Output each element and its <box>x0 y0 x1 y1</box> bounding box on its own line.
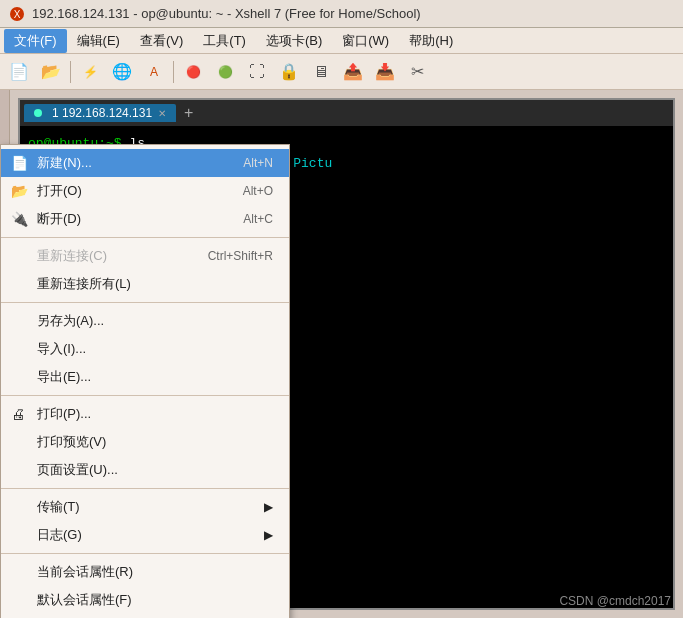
dd-label-print-preview: 打印预览(V) <box>37 433 106 451</box>
dd-label-page-setup: 页面设置(U)... <box>37 461 118 479</box>
dd-item-print-preview[interactable]: 打印预览(V) <box>1 428 289 456</box>
open-icon: 📂 <box>11 183 28 199</box>
watermark: CSDN @cmdch2017 <box>559 594 671 608</box>
disconnect-icon: 🔌 <box>11 211 28 227</box>
toolbar-sep2 <box>173 61 174 83</box>
toolbar-btn8[interactable]: ⛶ <box>242 58 272 86</box>
tab-label: 1 192.168.124.131 <box>52 106 152 120</box>
dd-label-reconnect: 重新连接(C) <box>37 247 107 265</box>
dd-item-disconnect[interactable]: 🔌 断开(D) Alt+C <box>1 205 289 233</box>
dd-label-disconnect: 断开(D) <box>37 210 81 228</box>
menu-edit[interactable]: 编辑(E) <box>67 29 130 53</box>
menu-file[interactable]: 文件(F) <box>4 29 67 53</box>
dd-shortcut-disconnect: Alt+C <box>243 212 273 226</box>
toolbar-btn6[interactable]: 🔴 <box>178 58 208 86</box>
toolbar-btn5[interactable]: A <box>139 58 169 86</box>
toolbar-btn12[interactable]: 📥 <box>370 58 400 86</box>
dd-label-log: 日志(G) <box>37 526 82 544</box>
dd-label-default-props: 默认会话属性(F) <box>37 591 132 609</box>
menu-bar: 文件(F) 编辑(E) 查看(V) 工具(T) 选项卡(B) 窗口(W) 帮助(… <box>0 28 683 54</box>
toolbar: 📄 📂 ⚡ 🌐 A 🔴 🟢 ⛶ 🔒 🖥 📤 📥 ✂ <box>0 54 683 90</box>
menu-help[interactable]: 帮助(H) <box>399 29 463 53</box>
dd-item-page-setup[interactable]: 页面设置(U)... <box>1 456 289 484</box>
dd-item-log[interactable]: 日志(G) ▶ <box>1 521 289 549</box>
dd-item-export[interactable]: 导出(E)... <box>1 363 289 391</box>
dd-item-open[interactable]: 📂 打开(O) Alt+O <box>1 177 289 205</box>
toolbar-btn13[interactable]: ✂ <box>402 58 432 86</box>
new-icon: 📄 <box>11 155 28 171</box>
dd-label-export: 导出(E)... <box>37 368 91 386</box>
dd-item-session-props[interactable]: 当前会话属性(R) <box>1 558 289 586</box>
dd-label-open: 打开(O) <box>37 182 82 200</box>
toolbar-new[interactable]: 📄 <box>4 58 34 86</box>
toolbar-btn4[interactable]: 🌐 <box>107 58 137 86</box>
dd-item-import[interactable]: 导入(I)... <box>1 335 289 363</box>
toolbar-open[interactable]: 📂 <box>36 58 66 86</box>
menu-tab[interactable]: 选项卡(B) <box>256 29 332 53</box>
tab-add-button[interactable]: + <box>178 102 199 124</box>
dd-item-reconnect: 重新连接(C) Ctrl+Shift+R <box>1 242 289 270</box>
terminal-tab-bar: 1 192.168.124.131 ✕ + <box>20 100 673 126</box>
transfer-arrow: ▶ <box>264 500 273 514</box>
log-arrow: ▶ <box>264 528 273 542</box>
dd-label-reconnect-all: 重新连接所有(L) <box>37 275 131 293</box>
toolbar-btn11[interactable]: 📤 <box>338 58 368 86</box>
print-icon: 🖨 <box>11 406 25 422</box>
app-icon: X <box>8 5 26 23</box>
toolbar-btn7[interactable]: 🟢 <box>210 58 240 86</box>
dd-label-new: 新建(N)... <box>37 154 92 172</box>
dd-label-print: 打印(P)... <box>37 405 91 423</box>
tab-close[interactable]: ✕ <box>158 108 166 119</box>
toolbar-btn9[interactable]: 🔒 <box>274 58 304 86</box>
dd-item-new[interactable]: 📄 新建(N)... Alt+N <box>1 149 289 177</box>
dd-sep-1 <box>1 237 289 238</box>
terminal-tab-1[interactable]: 1 192.168.124.131 ✕ <box>24 104 176 122</box>
toolbar-btn10[interactable]: 🖥 <box>306 58 336 86</box>
toolbar-btn3[interactable]: ⚡ <box>75 58 105 86</box>
svg-text:X: X <box>14 9 21 20</box>
dd-sep-3 <box>1 395 289 396</box>
dd-label-transfer: 传输(T) <box>37 498 80 516</box>
dd-item-default-props[interactable]: 默认会话属性(F) <box>1 586 289 614</box>
dd-sep-4 <box>1 488 289 489</box>
main-area: 1 192.168.124.131 ✕ + op@ubuntu:~$ ls De… <box>0 90 683 618</box>
dd-label-session-props: 当前会话属性(R) <box>37 563 133 581</box>
dd-item-save-as[interactable]: 另存为(A)... <box>1 307 289 335</box>
title-bar: X 192.168.124.131 - op@ubuntu: ~ - Xshel… <box>0 0 683 28</box>
dd-shortcut-open: Alt+O <box>243 184 273 198</box>
dd-shortcut-reconnect: Ctrl+Shift+R <box>208 249 273 263</box>
menu-view[interactable]: 查看(V) <box>130 29 193 53</box>
menu-tools[interactable]: 工具(T) <box>193 29 256 53</box>
dd-label-import: 导入(I)... <box>37 340 86 358</box>
file-dropdown-menu: 📄 新建(N)... Alt+N 📂 打开(O) Alt+O 🔌 断开(D) A… <box>0 144 290 618</box>
title-bar-text: 192.168.124.131 - op@ubuntu: ~ - Xshell … <box>32 6 675 21</box>
tab-indicator <box>34 109 42 117</box>
dd-shortcut-new: Alt+N <box>243 156 273 170</box>
dd-sep-2 <box>1 302 289 303</box>
dd-item-reconnect-all[interactable]: 重新连接所有(L) <box>1 270 289 298</box>
dd-label-save-as: 另存为(A)... <box>37 312 104 330</box>
dd-item-transfer[interactable]: 传输(T) ▶ <box>1 493 289 521</box>
dd-item-print[interactable]: 🖨 打印(P)... <box>1 400 289 428</box>
menu-window[interactable]: 窗口(W) <box>332 29 399 53</box>
dd-sep-5 <box>1 553 289 554</box>
toolbar-sep1 <box>70 61 71 83</box>
